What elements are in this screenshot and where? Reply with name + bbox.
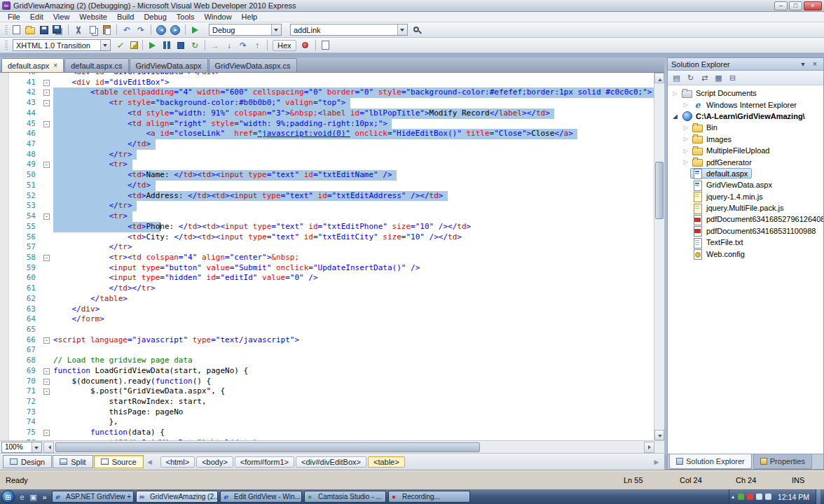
horizontal-scrollbar[interactable] bbox=[54, 442, 644, 453]
code-line-46[interactable]: 46 <a id="closeLink" href="javascript:vo… bbox=[0, 129, 654, 139]
view-button-source[interactable]: Source bbox=[94, 455, 144, 468]
code-line-49[interactable]: 49- <tr> bbox=[0, 160, 654, 170]
redo-icon[interactable]: ↷ bbox=[135, 24, 147, 36]
titlebar[interactable]: ∞ GridViewAmazing (2) (Debugging) - Micr… bbox=[0, 0, 824, 12]
code-line-61[interactable]: 61 </td></tr> bbox=[0, 284, 654, 294]
tree-item[interactable]: pdfDocument634168531100988 bbox=[668, 225, 823, 237]
code-line-48[interactable]: 48 </tr> bbox=[0, 150, 654, 160]
menu-build[interactable]: Build bbox=[112, 13, 139, 21]
code-line-47[interactable]: 47 </td> bbox=[0, 139, 654, 150]
tree-expanded-icon[interactable]: ◢ bbox=[671, 113, 680, 120]
start-button[interactable]: ⊞ bbox=[1, 490, 15, 503]
code-line-41[interactable]: 41- <div id="divEditBox"> bbox=[0, 78, 654, 88]
document-tab[interactable]: default.aspx.cs bbox=[64, 58, 128, 72]
code-line-65[interactable]: 65 bbox=[0, 325, 654, 335]
tree-collapsed-icon[interactable]: ▷ bbox=[681, 136, 690, 142]
recording-tray-icon[interactable] bbox=[747, 493, 753, 500]
fold-collapse-icon[interactable]: - bbox=[43, 388, 50, 395]
tree-item[interactable]: GridViewData.aspx bbox=[668, 179, 823, 190]
tree-collapsed-icon[interactable]: ▷ bbox=[681, 159, 690, 165]
panel-tab-properties[interactable]: Properties bbox=[753, 454, 812, 469]
fold-collapse-icon[interactable]: - bbox=[43, 255, 50, 261]
toolbar-grip[interactable] bbox=[5, 41, 8, 50]
code-line-54[interactable]: 54- <tr> bbox=[0, 211, 654, 222]
document-tab[interactable]: GridViewData.aspx.cs bbox=[209, 58, 297, 72]
code-editor[interactable]: 40 <div id="divGridViewData"></div>41- <… bbox=[0, 72, 664, 440]
document-tab[interactable]: default.aspx× bbox=[1, 58, 64, 72]
tree-collapsed-icon[interactable]: ▷ bbox=[681, 148, 690, 154]
open-file-icon[interactable] bbox=[24, 24, 36, 36]
horizontal-scrollbar-thumb[interactable] bbox=[55, 442, 480, 452]
code-line-57[interactable]: 57 </tr> bbox=[0, 242, 654, 253]
tree-item[interactable]: ▷Images bbox=[668, 134, 823, 145]
chevron-down-icon[interactable] bbox=[397, 24, 407, 35]
code-line-43[interactable]: 43- <tr style="background-color:#b0b0b0;… bbox=[0, 98, 654, 108]
tree-item[interactable]: pdfDocument634168527961264088 bbox=[668, 214, 823, 225]
tree-item[interactable]: ▷Script Documents bbox=[668, 88, 823, 99]
breakpoints-window-icon[interactable] bbox=[299, 39, 312, 52]
find-in-files-icon[interactable] bbox=[411, 24, 423, 36]
refresh-icon[interactable]: ↻ bbox=[685, 72, 696, 84]
copy-website-icon[interactable]: ⇄ bbox=[699, 72, 710, 84]
tree-item[interactable]: ▷pdfGenerator bbox=[668, 156, 823, 167]
zoom-control[interactable]: 100% bbox=[1, 442, 42, 453]
tray-chevron-icon[interactable]: ▴ bbox=[732, 493, 734, 500]
fold-collapse-icon[interactable]: - bbox=[43, 90, 50, 96]
tree-item[interactable]: Web.config bbox=[668, 248, 823, 259]
close-icon[interactable]: × bbox=[810, 59, 820, 69]
menu-help[interactable]: Help bbox=[237, 13, 263, 21]
code-line-58[interactable]: 58- <tr><td colspan="4" align="center">&… bbox=[0, 253, 654, 263]
menu-view[interactable]: View bbox=[48, 13, 75, 21]
fold-collapse-icon[interactable]: - bbox=[43, 162, 50, 168]
tree-item[interactable]: default.aspx bbox=[668, 168, 823, 179]
menu-edit[interactable]: Edit bbox=[25, 13, 48, 21]
hex-toggle-button[interactable]: Hex bbox=[273, 40, 296, 51]
code-line-67[interactable]: 67 bbox=[0, 345, 654, 356]
window-position-icon[interactable]: ▾ bbox=[798, 59, 808, 69]
fold-collapse-icon[interactable]: - bbox=[43, 368, 50, 374]
find-combobox[interactable]: addLink bbox=[290, 24, 408, 36]
tab-close-icon[interactable]: × bbox=[53, 62, 57, 69]
network-tray-icon[interactable] bbox=[765, 493, 771, 500]
scroll-left-icon[interactable] bbox=[43, 442, 54, 453]
format-selection-icon[interactable] bbox=[128, 39, 140, 52]
stop-debugging-icon[interactable] bbox=[174, 39, 187, 52]
breadcrumb-back-icon[interactable]: ◀ bbox=[145, 458, 155, 465]
tree-item[interactable]: jquery-1.4.min.js bbox=[668, 191, 823, 202]
menu-website[interactable]: Website bbox=[74, 13, 112, 21]
chevron-down-icon[interactable] bbox=[100, 40, 110, 50]
restart-icon[interactable]: ↻ bbox=[188, 39, 201, 52]
undo-icon[interactable]: ↶ bbox=[121, 24, 133, 36]
code-line-63[interactable]: 63 </div> bbox=[0, 304, 654, 315]
solution-explorer-header[interactable]: Solution Explorer ▾× bbox=[668, 58, 823, 71]
navigate-forward-icon[interactable] bbox=[169, 24, 181, 36]
aspnet-configuration-icon[interactable]: ▦ bbox=[713, 72, 725, 84]
nest-related-files-icon[interactable]: ⊟ bbox=[727, 72, 739, 84]
tree-item[interactable]: TextFile.txt bbox=[668, 237, 823, 248]
tree-item[interactable]: ▷MultipleFileUpload bbox=[668, 145, 823, 156]
step-over-icon[interactable]: ↷ bbox=[237, 39, 249, 52]
tree-collapsed-icon[interactable]: ▷ bbox=[671, 90, 680, 97]
fold-collapse-icon[interactable]: - bbox=[43, 121, 50, 127]
taskbar-button[interactable]: ∞GridViewAmazing (2... bbox=[136, 491, 218, 503]
code-line-66[interactable]: 66-<script language="javascript" type="t… bbox=[0, 335, 654, 346]
show-next-statement-icon[interactable]: → bbox=[209, 39, 221, 52]
code-line-64[interactable]: 64 </form> bbox=[0, 314, 654, 325]
code-line-73[interactable]: 73 thisPage: pageNo bbox=[0, 407, 654, 418]
fold-collapse-icon[interactable]: - bbox=[43, 379, 50, 385]
code-line-45[interactable]: 45- <td align="right" style="width: 9%;p… bbox=[0, 119, 654, 130]
paste-icon[interactable] bbox=[100, 24, 113, 36]
breadcrumb-item[interactable]: <table> bbox=[368, 456, 405, 468]
fold-collapse-icon[interactable]: - bbox=[43, 430, 50, 436]
panel-tab-solution-explorer[interactable]: Solution Explorer bbox=[669, 454, 752, 469]
menu-debug[interactable]: Debug bbox=[139, 13, 171, 21]
start-debugging-icon[interactable] bbox=[189, 24, 202, 36]
breadcrumb-forward-icon[interactable]: ▶ bbox=[652, 458, 661, 465]
scroll-down-icon[interactable] bbox=[654, 430, 664, 440]
vertical-scrollbar[interactable] bbox=[654, 73, 664, 440]
code-line-71[interactable]: 71- $.post("GridViewData.aspx", { bbox=[0, 386, 654, 397]
code-line-50[interactable]: 50 <td>Name: </td><td><input type="text"… bbox=[0, 170, 654, 181]
tree-item[interactable]: ◢C:\A-Learn\GridViewAmazing\ bbox=[668, 111, 823, 122]
chevron-down-icon[interactable] bbox=[32, 442, 41, 452]
properties-icon[interactable]: ▤ bbox=[671, 72, 682, 84]
